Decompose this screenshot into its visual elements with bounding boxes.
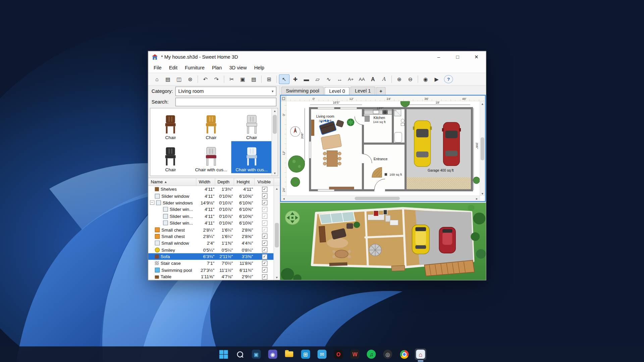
tab-level-1[interactable]: Level 1 xyxy=(351,86,375,95)
table-row[interactable]: −Slider windows 14'9⅛" 0'10⅞" 6'10⅝" ✓ xyxy=(148,199,274,206)
table-row[interactable]: Slider window 4'11" 0'10⅝" 6'10⅝" ✓ xyxy=(148,193,274,199)
create-dimensions-icon[interactable]: ↔ xyxy=(334,74,345,84)
scroll-down-icon[interactable]: ▼ xyxy=(275,275,278,280)
scroll-up-icon[interactable]: ▲ xyxy=(275,186,278,191)
copy-icon[interactable]: ▣ xyxy=(237,74,248,84)
undo-icon[interactable]: ↶ xyxy=(200,74,211,84)
visible-checkbox[interactable]: ✓ xyxy=(262,267,267,273)
scroll-down-icon[interactable]: ▼ xyxy=(273,171,276,176)
visible-checkbox[interactable]: ✓ xyxy=(262,254,267,259)
table-row[interactable]: Smiley 0'5¼" 0'5¼" 0'8¼" ✓ xyxy=(148,246,274,253)
table-row[interactable]: Slider win... 4'11" 0'10⅞" 6'10⅝" ✓ xyxy=(148,213,274,220)
catalog-item[interactable]: Chair xyxy=(231,109,272,141)
zoom-out-icon[interactable]: ⊖ xyxy=(405,74,416,84)
search-button[interactable] xyxy=(234,349,246,360)
menu-help[interactable]: Help xyxy=(251,64,268,72)
visible-checkbox[interactable]: ✓ xyxy=(262,187,267,192)
yellow-car[interactable] xyxy=(413,121,432,167)
visible-checkbox[interactable]: ✓ xyxy=(262,207,267,212)
catalog-item[interactable]: Chair xyxy=(150,141,191,173)
visible-checkbox[interactable]: ✓ xyxy=(262,240,267,246)
taskbar-app-spotify[interactable]: ♫ xyxy=(366,349,377,360)
table-row[interactable]: Shelves 4'11" 1'3¾" 4'11" ✓ xyxy=(148,186,274,193)
catalog-item[interactable]: Chair xyxy=(191,109,231,141)
3d-canvas[interactable] xyxy=(280,203,486,280)
create-video-icon[interactable]: ▶ xyxy=(431,74,442,84)
zoom-in-icon[interactable]: ⊕ xyxy=(394,74,405,84)
new-home-icon[interactable]: ⌂ xyxy=(152,74,162,84)
taskbar-app-photos[interactable]: ▣ xyxy=(251,349,262,360)
paste-icon[interactable]: ▤ xyxy=(249,74,259,84)
visible-checkbox[interactable]: ✓ xyxy=(262,214,267,219)
column-header-visible[interactable]: Visible xyxy=(255,178,274,185)
red-car[interactable] xyxy=(442,122,461,166)
table-row[interactable]: Swimming pool 27'3½" 11'1½" 6'11¾" ✓ xyxy=(148,267,274,274)
3d-view[interactable] xyxy=(280,203,486,280)
catalog-item[interactable]: Chair xyxy=(150,109,191,141)
menu-furniture[interactable]: Furniture xyxy=(181,64,208,72)
plan-canvas[interactable]: 16'5" 13'7" 19' 206" 206" Living room 33… xyxy=(281,96,485,201)
help-icon[interactable]: ? xyxy=(444,75,453,83)
maximize-button[interactable]: □ xyxy=(448,51,467,63)
taskbar-app-discord[interactable]: ◎ xyxy=(382,349,393,360)
column-header-depth[interactable]: Depth xyxy=(215,178,234,185)
select-tool-icon[interactable]: ↖ xyxy=(279,74,289,84)
table-row[interactable]: Stair case 7'1" 7'0½" 11'8⅝" ✓ xyxy=(148,260,274,266)
taskbar-app-mail[interactable]: ✉ xyxy=(316,349,328,360)
visible-checkbox[interactable]: ✓ xyxy=(262,274,267,280)
add-furniture-icon[interactable]: ⊞ xyxy=(264,74,274,84)
plan-horizontal-scrollbar[interactable]: ◄ ► xyxy=(281,196,480,201)
taskbar-app-store[interactable]: ⊞ xyxy=(300,349,311,360)
table-row[interactable]: Table 1'11⅝" 4'7⅛" 2'9½" ✓ xyxy=(148,274,274,280)
create-photo-icon[interactable]: ◉ xyxy=(420,74,431,84)
visible-checkbox[interactable]: ✓ xyxy=(262,220,267,226)
cut-icon[interactable]: ✂ xyxy=(226,74,237,84)
visible-checkbox[interactable]: ✓ xyxy=(262,227,267,232)
start-button[interactable] xyxy=(218,349,229,360)
table-row[interactable]: Slider win... 4'11" 0'10⅞" 6'10⅝" ✓ xyxy=(148,206,274,213)
column-header-name[interactable]: Name ▲ xyxy=(148,178,196,185)
pan-tool-icon[interactable]: ✚ xyxy=(290,74,301,84)
search-input[interactable] xyxy=(175,98,276,106)
titlebar[interactable]: * My house.sh3d - Sweet Home 3D – □ ✕ xyxy=(148,51,486,63)
taskbar-app-sweet-home-3d[interactable]: ⌂ xyxy=(415,349,426,360)
close-button[interactable]: ✕ xyxy=(467,51,486,63)
taskbar-app-camera[interactable]: ◉ xyxy=(267,349,278,360)
taskbar-app-opera[interactable]: O xyxy=(333,349,344,360)
3d-navigation-pad[interactable] xyxy=(285,210,300,225)
menu-plan[interactable]: Plan xyxy=(208,64,225,72)
minimize-button[interactable]: – xyxy=(429,51,448,63)
text-size-icon[interactable]: AA xyxy=(357,74,367,84)
create-walls-icon[interactable]: ▬ xyxy=(301,74,312,84)
visible-checkbox[interactable]: ✓ xyxy=(262,193,267,199)
taskbar-app-file-explorer[interactable] xyxy=(283,349,295,360)
table-scrollbar[interactable]: ▲ ▼ xyxy=(274,186,280,280)
table-row[interactable]: Small window 2'4" 1'1⅜" 4'4¾" ✓ xyxy=(148,240,274,246)
table-row[interactable]: Small chest 2'8¼" 1'6¼" 2'8⅝" ✓ xyxy=(148,226,274,233)
taskbar-app-chrome[interactable] xyxy=(398,349,410,360)
create-polylines-icon[interactable]: ∿ xyxy=(323,74,334,84)
table-row-selected[interactable]: Sofa 6'3¾" 2'11½" 3'3⅜" ✓ xyxy=(148,253,274,260)
catalog-item-selected[interactable]: Chair with cus... xyxy=(231,141,272,173)
open-icon[interactable]: ▤ xyxy=(163,74,173,84)
tab-level-0[interactable]: Level 0 xyxy=(325,87,350,95)
column-header-width[interactable]: Width xyxy=(196,178,215,185)
redo-icon[interactable]: ↷ xyxy=(211,74,222,84)
menu-3d-view[interactable]: 3D view xyxy=(225,64,250,72)
visible-checkbox[interactable]: ✓ xyxy=(262,247,267,252)
scroll-thumb[interactable] xyxy=(273,115,277,134)
menu-edit[interactable]: Edit xyxy=(165,64,181,72)
italic-icon[interactable]: A xyxy=(379,74,389,84)
scroll-up-icon[interactable]: ▲ xyxy=(273,108,276,113)
table-row[interactable]: Slider win... 4'11" 0'10⅝" 6'10⅝" ✓ xyxy=(148,220,274,226)
create-rooms-icon[interactable]: ▱ xyxy=(312,74,323,84)
visible-checkbox[interactable]: ✓ xyxy=(262,261,267,266)
collapse-toggle[interactable]: − xyxy=(150,200,154,205)
catalog-item[interactable]: Chair with cus... xyxy=(191,141,231,173)
tab-swimming-pool[interactable]: Swimming pool xyxy=(281,86,324,95)
menu-file[interactable]: File xyxy=(150,64,165,72)
column-header-height[interactable]: Height xyxy=(234,178,255,185)
plan-vertical-scrollbar[interactable]: ▲ ▼ xyxy=(480,101,485,195)
scroll-thumb[interactable] xyxy=(275,223,279,247)
plan-view[interactable]: 16'5" 13'7" 19' 206" 206" Living room 33… xyxy=(280,95,486,202)
